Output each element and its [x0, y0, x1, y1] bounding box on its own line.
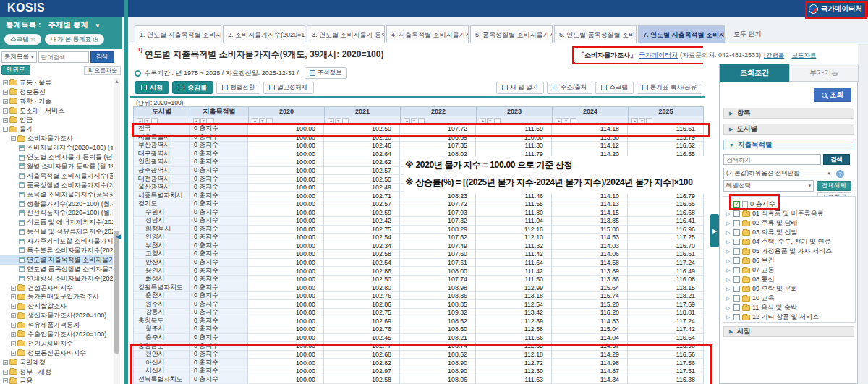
table-tab[interactable]: 1. 연도별 지출목적별 소비자물…✕: [135, 25, 221, 43]
category-tree-item[interactable]: ▷07 교통: [723, 265, 855, 275]
expand-icon[interactable]: +: [11, 341, 16, 346]
category-tree-item[interactable]: ▷01 식료품 및 비주류음료: [723, 209, 855, 218]
sort-asc-icon[interactable]: ▲: [193, 118, 200, 124]
sidebar-tree-item[interactable]: 월별 소비자물가 등락률 (월 1965.: [0, 162, 113, 171]
checkbox[interactable]: [733, 267, 740, 273]
agency-link[interactable]: 국가데이터처: [639, 51, 678, 60]
expand-arrow-icon[interactable]: ▷: [726, 305, 731, 311]
sort-clear-icon[interactable]: −: [208, 118, 214, 124]
sidebar-tree-item[interactable]: 신선식품지수(2020=100) (월,분기: [0, 208, 113, 218]
expand-icon[interactable]: +: [3, 360, 8, 365]
toolbar-button[interactable]: 새 탭 열기: [496, 82, 544, 94]
expand-icon[interactable]: +: [3, 90, 8, 95]
sidebar-tree-item[interactable]: −물가: [0, 124, 113, 134]
category-tree-item[interactable]: ▷08 통신: [723, 275, 855, 284]
statistics-menu[interactable]: 통계목록 : 주제별 통계 ∨: [6, 20, 100, 30]
table-tab[interactable]: 2. 소비자물가지수(2020=100)✕: [223, 25, 305, 43]
sidebar-tree-item[interactable]: 농산물 및 석유류제외지수(2020=1: [0, 227, 113, 236]
ascending-sort-button[interactable]: ⇅ 오름차순: [84, 66, 121, 75]
sidebar-tree-item[interactable]: +농가판매및구입가격조사: [0, 292, 113, 302]
toolbar-button[interactable]: 행렬전환: [216, 82, 260, 94]
table-tab[interactable]: 4. 지출목적별 소비자물가지수(…✕: [386, 25, 469, 43]
category-tree-item[interactable]: ▷12 기타 상품 및 서비스: [723, 312, 855, 322]
expand-arrow-icon[interactable]: ▷: [726, 286, 731, 292]
expand-icon[interactable]: +: [3, 378, 8, 383]
sidebar-tree-item[interactable]: 소비자물가지수(2020=100) (월,분: [0, 143, 113, 153]
checkbox[interactable]: [733, 220, 740, 226]
expand-icon[interactable]: +: [11, 286, 16, 291]
sidebar-tree-item[interactable]: +도소매 · 서비스: [0, 106, 113, 116]
table-tab[interactable]: 6. 연도별 품목성질별 소비자물…✕: [554, 25, 637, 43]
sidebar-tree-item[interactable]: +석유제품가격통계: [0, 320, 113, 330]
sort-desc-icon[interactable]: ▼: [144, 118, 150, 124]
expand-arrow-icon[interactable]: ▷: [726, 239, 731, 245]
sort-clear-icon[interactable]: −: [646, 118, 652, 124]
deselect-all-button[interactable]: 전체해제: [817, 181, 851, 191]
sidebar-tree-item[interactable]: +수출입물가조사(2020=100): [0, 330, 113, 339]
sort-asc-icon[interactable]: ▲: [328, 118, 334, 124]
sidebar-tree-item[interactable]: +교통 · 물류: [0, 78, 113, 88]
sort-clear-icon[interactable]: −: [494, 118, 501, 124]
table-tab[interactable]: 5. 품목성질별 소비자물가지수(…✕: [470, 25, 553, 43]
checkbox[interactable]: [733, 239, 740, 245]
scroll-top-button[interactable]: 맨위로: [1, 65, 30, 75]
category-tree-item[interactable]: ▷11 음식 및 숙박: [723, 303, 855, 312]
sidebar-tree-item[interactable]: +정보통신공사비지수: [0, 349, 113, 358]
sidebar-tree-item[interactable]: 자가주거비포함 소비자물가지수(2: [0, 236, 113, 246]
sort-clear-icon[interactable]: −: [342, 118, 349, 124]
sidebar-tree-item[interactable]: 지출목적별 소비자물가지수(품목포: [0, 171, 113, 181]
expand-arrow-icon[interactable]: ▷: [726, 296, 731, 302]
sidebar-tree-item[interactable]: +국민계정: [0, 358, 113, 367]
sidebar-tree-item[interactable]: 연도별 소비자물가 등락률 (년 196: [0, 153, 113, 162]
checkbox[interactable]: [733, 229, 740, 236]
search-scope-select[interactable]: 통계목록▾: [1, 51, 37, 63]
sort-clear-icon[interactable]: −: [266, 118, 273, 124]
accordion-purpose[interactable]: ▼지출목적별: [723, 140, 854, 150]
expand-arrow-icon[interactable]: ▷: [726, 249, 731, 255]
expand-arrow-icon[interactable]: ▷: [726, 221, 731, 226]
sidebar-tree-item[interactable]: +임금: [0, 116, 113, 125]
sort-desc-icon[interactable]: ▼: [411, 118, 417, 124]
toolbar-button[interactable]: 열고정해제: [263, 82, 314, 94]
sort-clear-icon[interactable]: −: [151, 118, 158, 124]
table-tab[interactable]: 3. 연도별 소비자물가 등락률✕: [307, 25, 385, 43]
sort-asc-icon[interactable]: ▲: [480, 118, 486, 124]
expand-icon[interactable]: +: [3, 118, 8, 123]
expand-arrow-icon[interactable]: ▷: [726, 315, 731, 320]
kosis-logo[interactable]: KOSIS: [7, 1, 45, 14]
checkbox[interactable]: [733, 276, 740, 283]
category-tree-item[interactable]: ▷09 오락 및 문화: [723, 284, 855, 294]
category-tree-item[interactable]: ▷10 교육: [723, 294, 855, 303]
category-search-button[interactable]: 검색: [823, 154, 850, 165]
category-tree-item[interactable]: ▷06 보건: [723, 256, 855, 265]
national-data-agency-badge[interactable]: 국가데이터처: [809, 2, 862, 16]
expand-icon[interactable]: +: [11, 304, 16, 309]
sidebar-tree-item[interactable]: +전기공사비지수: [0, 339, 113, 349]
header-link[interactable]: 보도자료: [791, 51, 816, 60]
checkbox[interactable]: [733, 248, 740, 255]
suboption-select[interactable]: (기본값)하위옵션 선택안함▾: [723, 168, 833, 179]
sidebar-collapse-handle[interactable]: ◀: [116, 233, 121, 240]
search-button[interactable]: 검색: [90, 51, 114, 63]
checkbox[interactable]: [733, 210, 740, 217]
panel-collapse-handle[interactable]: ▶: [710, 214, 719, 247]
accordion-items[interactable]: ▶항목: [723, 108, 854, 119]
toolbar-button-growth-rate[interactable]: 증감률: [172, 81, 213, 94]
query-button[interactable]: 조회: [814, 88, 851, 102]
sort-asc-icon[interactable]: ▲: [631, 118, 638, 124]
toolbar-button-period[interactable]: 시점: [135, 81, 169, 94]
sidebar-tree-item[interactable]: 연도별 품목성질별 소비자물가지수: [0, 265, 113, 274]
sort-desc-icon[interactable]: ▼: [639, 118, 645, 124]
toolbar-button[interactable]: 스크랩: [595, 82, 634, 94]
sort-asc-icon[interactable]: ▲: [556, 118, 562, 124]
expand-icon[interactable]: +: [3, 370, 8, 375]
category-search-input[interactable]: [723, 154, 821, 165]
expand-arrow-icon[interactable]: ▷: [726, 230, 731, 236]
scrap-button[interactable]: 스크랩 ☆: [4, 34, 41, 45]
level-select[interactable]: 레벨선택▾: [723, 180, 814, 192]
category-tree-item[interactable]: ▷03 의류 및 신발: [723, 228, 855, 237]
expand-icon[interactable]: +: [11, 294, 16, 299]
sort-desc-icon[interactable]: ▼: [487, 118, 493, 124]
checkbox[interactable]: [733, 257, 740, 264]
checkbox[interactable]: [733, 295, 740, 302]
